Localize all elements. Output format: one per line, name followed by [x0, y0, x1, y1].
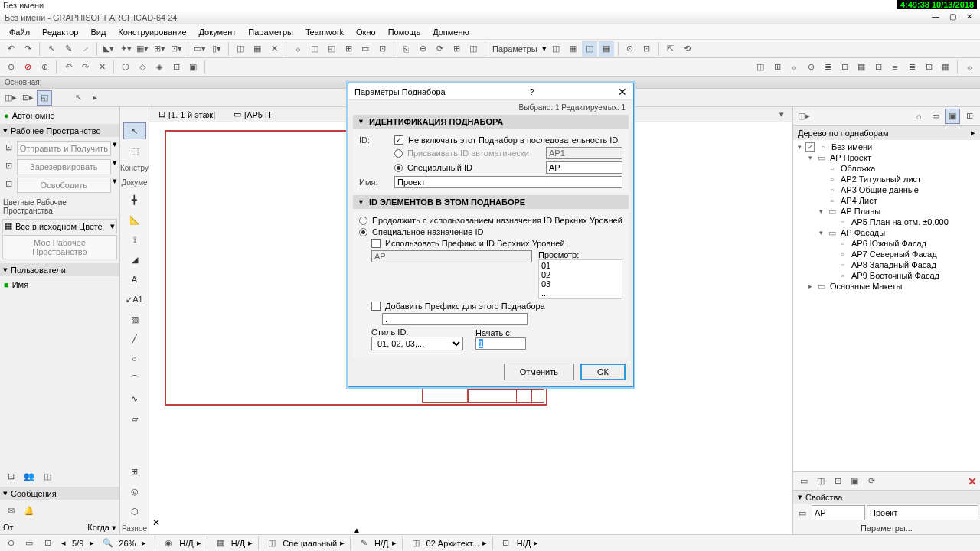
tool2-icon[interactable]: ◫ — [307, 41, 322, 57]
view-icon[interactable]: ◫ — [233, 41, 248, 57]
s23-icon[interactable]: ⊙ — [803, 60, 818, 75]
users-header[interactable]: ▾Пользователи — [0, 263, 119, 276]
style-select[interactable]: 01, 02, 03,... — [371, 337, 463, 350]
grid-icon[interactable]: ▦▾ — [135, 41, 150, 57]
tab-floor[interactable]: ⊡[1. 1-й этаж] — [152, 108, 221, 121]
doc5-icon[interactable]: ◫ — [466, 41, 481, 57]
lt8-icon[interactable]: ✎ — [356, 536, 371, 551]
rb4-icon[interactable]: ▣ — [847, 474, 862, 489]
name-input[interactable] — [394, 176, 622, 188]
rp2-icon[interactable]: ▭ — [928, 109, 943, 124]
rp1-icon[interactable]: ⌂ — [911, 109, 926, 124]
lp1-icon[interactable]: ⊡ — [2, 139, 15, 155]
cancel-button[interactable]: Отменить — [504, 364, 574, 380]
close-icon[interactable]: ✕ — [962, 11, 977, 21]
lp2-icon[interactable]: ⊡ — [2, 158, 15, 173]
pointer-icon[interactable]: ↖ — [44, 41, 59, 57]
drawing-tool-icon[interactable]: ▱ — [123, 410, 146, 427]
lt5-icon[interactable]: ◉ — [161, 536, 176, 551]
tree-item[interactable]: ▫АР2 Титульный лист — [795, 174, 978, 184]
menu-construct[interactable]: Конструирование — [112, 26, 192, 38]
snap-icon[interactable]: ◣▾ — [101, 41, 116, 57]
use-prefix-checkbox[interactable] — [371, 239, 381, 248]
p3-icon[interactable]: ◫ — [582, 41, 597, 57]
p4-icon[interactable]: ▦ — [599, 41, 614, 57]
close-view-icon[interactable]: ✕ — [152, 517, 160, 528]
s9-icon[interactable]: ◈ — [152, 60, 167, 75]
p1-icon[interactable]: ◫ — [548, 41, 564, 57]
props-link[interactable]: Параметры... — [793, 522, 980, 534]
tree-item[interactable]: ▫АР4 Лист — [795, 195, 978, 206]
messages-header[interactable]: ▾Сообщения — [0, 487, 119, 500]
continue-radio[interactable] — [359, 217, 368, 225]
maximize-icon[interactable]: ▢ — [945, 11, 960, 21]
spline-tool-icon[interactable]: ∿ — [123, 390, 146, 407]
s28-icon[interactable]: ≡ — [887, 60, 903, 75]
tree-item[interactable]: ▫АР3 Общие данные — [795, 184, 978, 195]
dot-input[interactable] — [382, 313, 528, 325]
s31-icon[interactable]: ▦ — [938, 60, 953, 75]
s7-icon[interactable]: ⬡ — [118, 60, 133, 75]
lp3-icon[interactable]: ⊡ — [2, 176, 15, 191]
mt3-icon[interactable]: ◱ — [37, 90, 52, 106]
menu-extra[interactable]: Допменю — [426, 26, 475, 38]
pen-icon[interactable]: ✎ — [60, 41, 76, 57]
doc-icon[interactable]: ⎘ — [398, 41, 413, 57]
mt4-icon[interactable]: ↖ — [70, 90, 86, 106]
dialog-help-icon[interactable]: ? — [524, 87, 538, 96]
layer-icon[interactable]: ▭▾ — [192, 41, 207, 57]
tree-item[interactable]: ▫Обложка — [795, 163, 978, 174]
props-name-input[interactable] — [867, 505, 978, 520]
s29-icon[interactable]: ≣ — [904, 60, 920, 75]
msg2-icon[interactable]: 🔔 — [21, 503, 37, 518]
fill-tool-icon[interactable]: ▨ — [123, 311, 146, 328]
mt1-icon[interactable]: ◫▸ — [3, 90, 18, 106]
export-icon[interactable]: ⇱ — [663, 41, 678, 57]
undo-icon[interactable]: ↶ — [3, 41, 18, 57]
menu-view[interactable]: Вид — [84, 26, 112, 38]
s1-icon[interactable]: ⊙ — [3, 60, 18, 75]
rb5-icon[interactable]: ⟳ — [864, 474, 879, 489]
s20-icon[interactable]: ◫ — [753, 60, 768, 75]
special-id-radio[interactable] — [394, 164, 403, 172]
level-tool-icon[interactable]: ◢ — [123, 251, 146, 268]
p2-icon[interactable]: ▦ — [565, 41, 580, 57]
line2-tool-icon[interactable]: ╱ — [123, 331, 146, 347]
auto-id-radio[interactable] — [394, 149, 403, 158]
navigator-tree[interactable]: ▾✓▫Без имени▾▭АР Проект▫Обложка▫АР2 Титу… — [793, 140, 980, 471]
section1-header[interactable]: ▼ИДЕНТИФИКАЦИЯ ПОДНАБОРА — [353, 115, 629, 129]
doc2-icon[interactable]: ⊕ — [415, 41, 430, 57]
lp12-icon[interactable]: ◫ — [40, 468, 55, 484]
lt2-icon[interactable]: ▭ — [21, 536, 37, 551]
menu-help[interactable]: Помощь — [382, 26, 427, 38]
line-tool-icon[interactable]: ╋ — [123, 191, 146, 208]
tool4-icon[interactable]: ⊞ — [341, 41, 356, 57]
menu-params[interactable]: Параметры — [242, 26, 299, 38]
all-source-label[interactable]: Все в исходном Цвете — [15, 222, 103, 231]
workspace-header[interactable]: ▾Рабочее Пространство — [0, 124, 119, 137]
exclude-checkbox[interactable]: ✓ — [394, 135, 403, 145]
tree-item[interactable]: ▾✓▫Без имени — [795, 142, 978, 152]
mt5-icon[interactable]: ▸ — [87, 90, 103, 106]
text-tool-icon[interactable]: A — [123, 271, 146, 288]
rb3-icon[interactable]: ⊞ — [830, 474, 845, 489]
tree-item[interactable]: ▫АР8 Западный Фасад — [795, 259, 978, 270]
lp11-icon[interactable]: 👥 — [21, 468, 37, 484]
s2-icon[interactable]: ⊘ — [20, 60, 35, 75]
props-id-input[interactable] — [812, 505, 865, 520]
doc3-icon[interactable]: ⟳ — [432, 41, 447, 57]
filter-icon[interactable]: ▯▾ — [209, 41, 224, 57]
tool5-icon[interactable]: ▭ — [358, 41, 373, 57]
s27-icon[interactable]: ⊡ — [871, 60, 886, 75]
minimize-icon[interactable]: — — [928, 11, 943, 21]
menu-teamwork[interactable]: Teamwork — [299, 26, 350, 38]
view2-icon[interactable]: ▦ — [250, 41, 265, 57]
tree-item[interactable]: ▫АР9 Восточный Фасад — [795, 270, 978, 281]
lp10-icon[interactable]: ⊡ — [3, 468, 18, 484]
when-label[interactable]: Когда ▾ — [87, 523, 116, 533]
section-tool-icon[interactable]: ⊞ — [123, 463, 146, 480]
special-id-input[interactable] — [546, 161, 622, 174]
menu-window[interactable]: Окно — [350, 26, 382, 38]
change-tool-icon[interactable]: ⬡ — [123, 503, 146, 520]
s26-icon[interactable]: ▦ — [854, 60, 869, 75]
